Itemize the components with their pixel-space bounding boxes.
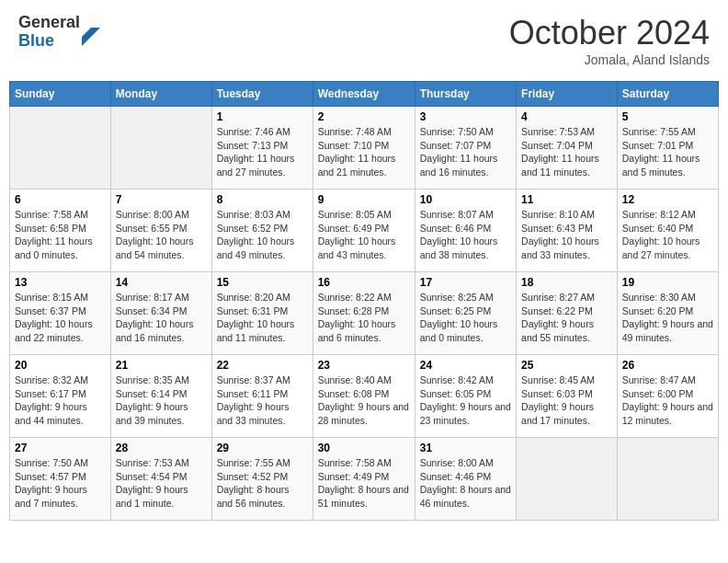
calendar-cell: 8Sunrise: 8:03 AMSunset: 6:52 PMDaylight… xyxy=(211,190,313,272)
day-number: 9 xyxy=(318,193,410,206)
day-detail: Sunrise: 7:46 AMSunset: 7:13 PMDaylight:… xyxy=(217,125,308,179)
calendar-cell: 28Sunrise: 7:53 AMSunset: 4:54 PMDayligh… xyxy=(110,438,211,521)
calendar-week-row: 20Sunrise: 8:32 AMSunset: 6:17 PMDayligh… xyxy=(10,355,719,438)
day-number: 31 xyxy=(420,442,511,454)
calendar-cell: 26Sunrise: 8:47 AMSunset: 6:00 PMDayligh… xyxy=(617,355,718,438)
calendar-cell xyxy=(517,438,618,521)
day-detail: Sunrise: 7:55 AMSunset: 4:52 PMDaylight:… xyxy=(217,456,308,511)
calendar-cell: 31Sunrise: 8:00 AMSunset: 4:46 PMDayligh… xyxy=(415,438,516,521)
day-detail: Sunrise: 8:37 AMSunset: 6:11 PMDaylight:… xyxy=(217,373,308,428)
day-detail: Sunrise: 8:27 AMSunset: 6:22 PMDaylight:… xyxy=(521,291,612,345)
day-number: 8 xyxy=(217,193,308,206)
day-detail: Sunrise: 8:00 AMSunset: 6:55 PMDaylight:… xyxy=(116,208,207,262)
day-number: 22 xyxy=(217,359,308,372)
day-detail: Sunrise: 8:22 AMSunset: 6:28 PMDaylight:… xyxy=(318,291,410,345)
day-number: 26 xyxy=(622,359,713,372)
day-detail: Sunrise: 7:53 AMSunset: 4:54 PMDaylight:… xyxy=(116,456,207,511)
day-number: 3 xyxy=(420,110,511,123)
day-number: 18 xyxy=(521,276,612,289)
calendar-cell: 11Sunrise: 8:10 AMSunset: 6:43 PMDayligh… xyxy=(517,190,618,272)
day-number: 15 xyxy=(217,276,308,289)
logo-blue: Blue xyxy=(18,32,80,51)
calendar-cell: 22Sunrise: 8:37 AMSunset: 6:11 PMDayligh… xyxy=(211,355,313,438)
calendar-cell: 30Sunrise: 7:58 AMSunset: 4:49 PMDayligh… xyxy=(313,438,415,521)
calendar-cell: 2Sunrise: 7:48 AMSunset: 7:10 PMDaylight… xyxy=(313,107,415,190)
day-detail: Sunrise: 8:47 AMSunset: 6:00 PMDaylight:… xyxy=(622,373,713,428)
svg-marker-0 xyxy=(82,18,100,46)
day-detail: Sunrise: 8:25 AMSunset: 6:25 PMDaylight:… xyxy=(420,291,511,345)
day-number: 19 xyxy=(622,276,713,289)
day-number: 16 xyxy=(318,276,410,289)
day-detail: Sunrise: 8:12 AMSunset: 6:40 PMDaylight:… xyxy=(622,208,713,262)
weekday-header-thursday: Thursday xyxy=(415,82,516,107)
day-detail: Sunrise: 7:58 AMSunset: 4:49 PMDaylight:… xyxy=(318,456,410,511)
day-number: 7 xyxy=(116,193,207,206)
calendar-table: SundayMondayTuesdayWednesdayThursdayFrid… xyxy=(9,81,719,521)
weekday-header-row: SundayMondayTuesdayWednesdayThursdayFrid… xyxy=(10,82,719,107)
day-number: 1 xyxy=(217,110,308,123)
day-detail: Sunrise: 8:35 AMSunset: 6:14 PMDaylight:… xyxy=(116,373,207,428)
day-number: 20 xyxy=(15,359,106,372)
calendar-cell: 5Sunrise: 7:55 AMSunset: 7:01 PMDaylight… xyxy=(617,107,718,190)
calendar-week-row: 1Sunrise: 7:46 AMSunset: 7:13 PMDaylight… xyxy=(10,107,719,190)
calendar-cell: 19Sunrise: 8:30 AMSunset: 6:20 PMDayligh… xyxy=(617,272,718,355)
day-number: 24 xyxy=(420,359,511,372)
day-number: 29 xyxy=(217,442,308,454)
day-detail: Sunrise: 7:48 AMSunset: 7:10 PMDaylight:… xyxy=(318,125,410,179)
weekday-header-monday: Monday xyxy=(110,82,211,107)
calendar-cell: 27Sunrise: 7:50 AMSunset: 4:57 PMDayligh… xyxy=(10,438,111,521)
day-number: 27 xyxy=(15,442,106,454)
day-detail: Sunrise: 8:15 AMSunset: 6:37 PMDaylight:… xyxy=(15,291,106,345)
calendar-cell: 4Sunrise: 7:53 AMSunset: 7:04 PMDaylight… xyxy=(517,107,618,190)
calendar-cell: 29Sunrise: 7:55 AMSunset: 4:52 PMDayligh… xyxy=(211,438,313,521)
day-detail: Sunrise: 8:03 AMSunset: 6:52 PMDaylight:… xyxy=(217,208,308,262)
location: Jomala, Aland Islands xyxy=(509,52,710,67)
calendar-body: 1Sunrise: 7:46 AMSunset: 7:13 PMDaylight… xyxy=(10,107,719,521)
day-detail: Sunrise: 8:00 AMSunset: 4:46 PMDaylight:… xyxy=(420,456,511,511)
calendar-cell: 23Sunrise: 8:40 AMSunset: 6:08 PMDayligh… xyxy=(313,355,415,438)
calendar-cell: 1Sunrise: 7:46 AMSunset: 7:13 PMDaylight… xyxy=(211,107,313,190)
calendar-cell: 17Sunrise: 8:25 AMSunset: 6:25 PMDayligh… xyxy=(415,272,516,355)
day-detail: Sunrise: 8:20 AMSunset: 6:31 PMDaylight:… xyxy=(217,291,308,345)
calendar-cell: 13Sunrise: 8:15 AMSunset: 6:37 PMDayligh… xyxy=(10,272,111,355)
calendar-cell xyxy=(110,107,211,190)
day-number: 21 xyxy=(116,359,207,372)
calendar-cell: 9Sunrise: 8:05 AMSunset: 6:49 PMDaylight… xyxy=(313,190,415,272)
calendar-cell: 6Sunrise: 7:58 AMSunset: 6:58 PMDaylight… xyxy=(10,190,111,272)
day-detail: Sunrise: 7:53 AMSunset: 7:04 PMDaylight:… xyxy=(521,125,612,179)
weekday-header-friday: Friday xyxy=(517,82,618,107)
calendar-week-row: 27Sunrise: 7:50 AMSunset: 4:57 PMDayligh… xyxy=(10,438,719,521)
day-number: 14 xyxy=(116,276,207,289)
day-number: 11 xyxy=(521,193,612,206)
calendar-cell xyxy=(617,438,718,521)
day-detail: Sunrise: 8:05 AMSunset: 6:49 PMDaylight:… xyxy=(318,208,410,262)
day-detail: Sunrise: 7:50 AMSunset: 4:57 PMDaylight:… xyxy=(15,456,106,511)
day-detail: Sunrise: 8:10 AMSunset: 6:43 PMDaylight:… xyxy=(521,208,612,262)
day-number: 4 xyxy=(521,110,612,123)
calendar-cell: 21Sunrise: 8:35 AMSunset: 6:14 PMDayligh… xyxy=(110,355,211,438)
day-detail: Sunrise: 7:55 AMSunset: 7:01 PMDaylight:… xyxy=(622,125,713,179)
calendar-header: SundayMondayTuesdayWednesdayThursdayFrid… xyxy=(10,82,719,107)
day-detail: Sunrise: 8:07 AMSunset: 6:46 PMDaylight:… xyxy=(420,208,511,262)
day-number: 23 xyxy=(318,359,410,372)
day-number: 25 xyxy=(521,359,612,372)
weekday-header-sunday: Sunday xyxy=(10,82,111,107)
weekday-header-tuesday: Tuesday xyxy=(211,82,313,107)
day-detail: Sunrise: 7:50 AMSunset: 7:07 PMDaylight:… xyxy=(420,125,511,179)
calendar-cell: 7Sunrise: 8:00 AMSunset: 6:55 PMDaylight… xyxy=(110,190,211,272)
day-number: 12 xyxy=(622,193,713,206)
title-block: October 2024 Jomala, Aland Islands xyxy=(509,14,710,67)
day-number: 17 xyxy=(420,276,511,289)
page-header: General Blue October 2024 Jomala, Aland … xyxy=(9,9,719,72)
calendar-week-row: 13Sunrise: 8:15 AMSunset: 6:37 PMDayligh… xyxy=(10,272,719,355)
day-number: 10 xyxy=(420,193,511,206)
calendar-cell: 15Sunrise: 8:20 AMSunset: 6:31 PMDayligh… xyxy=(211,272,313,355)
calendar-cell: 25Sunrise: 8:45 AMSunset: 6:03 PMDayligh… xyxy=(517,355,618,438)
weekday-header-saturday: Saturday xyxy=(617,82,718,107)
day-number: 2 xyxy=(318,110,410,123)
day-number: 30 xyxy=(318,442,410,454)
calendar-cell: 24Sunrise: 8:42 AMSunset: 6:05 PMDayligh… xyxy=(415,355,516,438)
day-detail: Sunrise: 8:30 AMSunset: 6:20 PMDaylight:… xyxy=(622,291,713,345)
day-detail: Sunrise: 8:40 AMSunset: 6:08 PMDaylight:… xyxy=(318,373,410,428)
day-detail: Sunrise: 8:32 AMSunset: 6:17 PMDaylight:… xyxy=(15,373,106,428)
